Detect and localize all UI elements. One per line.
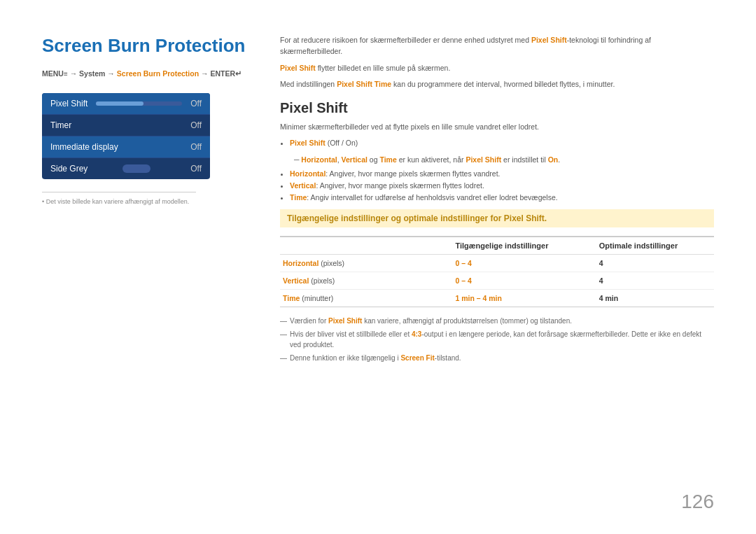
bullet-pixelshift-label: Pixel Shift bbox=[290, 139, 326, 147]
table-cell-time-optimal: 4 min bbox=[599, 294, 714, 302]
page: Screen Burn Protection MENU≡ → System → … bbox=[0, 0, 756, 534]
table-cell-vertical-label: Vertical (pixels) bbox=[280, 276, 455, 285]
page-number: 126 bbox=[681, 491, 714, 513]
table-row-time: Time (minutter) 1 min – 4 min 4 min bbox=[280, 290, 714, 307]
pixel-shift-body: Minimer skærmefterbilleder ved at flytte… bbox=[280, 122, 714, 133]
menu-row-timer[interactable]: Timer Off bbox=[42, 115, 210, 136]
intro-pixelshift2: Pixel Shift bbox=[280, 64, 316, 72]
menu-row-sidegrey[interactable]: Side Grey Off bbox=[42, 158, 210, 179]
intro-line3: Med indstillingen Pixel Shift Time kan d… bbox=[280, 79, 714, 90]
bullet-time-label: Time bbox=[290, 193, 307, 202]
table-cell-horizontal-optimal: 4 bbox=[599, 259, 714, 267]
bullet-item-1: Pixel Shift (Off / On) bbox=[290, 137, 714, 149]
table-cell-time-range: 1 min – 4 min bbox=[455, 294, 598, 302]
menu-ui: Pixel Shift Off Timer Off Immediate disp… bbox=[42, 93, 210, 179]
table-cell-vertical-optimal: 4 bbox=[599, 276, 714, 285]
sub-on: On bbox=[548, 155, 559, 164]
sidegrey-value: Off bbox=[190, 164, 202, 174]
page-title: Screen Burn Protection bbox=[42, 35, 252, 57]
menu-label-pixelshift: Pixel Shift bbox=[50, 99, 88, 108]
footnotes: Værdien for Pixel Shift kan variere, afh… bbox=[280, 316, 714, 363]
timer-value: Off bbox=[190, 120, 202, 130]
table-cell-horizontal-label: Horizontal (pixels) bbox=[280, 259, 455, 267]
footnote-2: Hvis der bliver vist et stillbillede ell… bbox=[280, 329, 714, 350]
table-cell-time-label: Time (minutter) bbox=[280, 294, 455, 302]
footnote2-43: 4:3 bbox=[412, 330, 421, 338]
bullet-horizontal: Horizontal: Angiver, hvor mange pixels s… bbox=[290, 168, 714, 180]
bullet-list-2: Horizontal: Angiver, hvor mange pixels s… bbox=[290, 168, 714, 203]
bullet-list-1: Pixel Shift (Off / On) bbox=[290, 137, 714, 149]
footnote3-screenfit: Screen Fit bbox=[400, 354, 434, 362]
menu-path-text: → System → bbox=[68, 69, 117, 78]
section-title-pixelshift: Pixel Shift bbox=[280, 100, 714, 116]
menu-row-pixelshift[interactable]: Pixel Shift Off bbox=[42, 93, 210, 115]
right-column: For at reducere risikoen for skærmefterb… bbox=[280, 35, 714, 506]
sub-horizontal: Horizontal bbox=[301, 155, 337, 164]
pixelshift-fill bbox=[96, 101, 144, 106]
intro-pixelshifttime: Pixel Shift Time bbox=[337, 80, 391, 88]
table-cell-vertical-range: 0 – 4 bbox=[455, 276, 598, 285]
highlight-box: Tilgængelige indstillinger og optimale i… bbox=[280, 209, 714, 227]
bullet-time: Time: Angiv intervallet for udførelse af… bbox=[290, 192, 714, 204]
sub-vertical: Vertical bbox=[342, 155, 368, 164]
settings-table: Tilgængelige indstillinger Optimale inds… bbox=[280, 236, 714, 307]
menu-label-sidegrey: Side Grey bbox=[50, 164, 88, 174]
intro-line1: For at reducere risikoen for skærmefterb… bbox=[280, 35, 714, 57]
table-col2-header: Tilgængelige indstillinger bbox=[455, 241, 598, 250]
sidegrey-slider[interactable] bbox=[122, 164, 150, 173]
pixelshift-value: Off bbox=[190, 99, 202, 108]
table-cell-horizontal-range: 0 – 4 bbox=[455, 259, 598, 267]
bullet-vertical-label: Vertical bbox=[290, 181, 316, 190]
table-col1-header bbox=[280, 241, 455, 250]
footnote-1: Værdien for Pixel Shift kan variere, afh… bbox=[280, 316, 714, 326]
image-note: Det viste billede kan variere afhængigt … bbox=[42, 192, 196, 205]
intro-pixelshift-bold: Pixel Shift bbox=[531, 36, 567, 44]
menu-label-timer: Timer bbox=[50, 120, 71, 130]
table-col3-header: Optimale indstillinger bbox=[599, 241, 714, 250]
table-header: Tilgængelige indstillinger Optimale inds… bbox=[280, 237, 714, 255]
left-column: Screen Burn Protection MENU≡ → System → … bbox=[42, 35, 252, 506]
menu-path: MENU≡ → System → Screen Burn Protection … bbox=[42, 69, 252, 78]
menu-highlight: Screen Burn Protection bbox=[117, 69, 199, 78]
bullet-horizontal-label: Horizontal bbox=[290, 169, 326, 178]
sub-note: ─ Horizontal, Vertical og Time er kun ak… bbox=[294, 155, 714, 166]
intro-line2: Pixel Shift flytter billedet en lille sm… bbox=[280, 63, 714, 74]
sub-pixelshift: Pixel Shift bbox=[465, 155, 501, 164]
pixelshift-slider[interactable] bbox=[96, 101, 182, 106]
footnote-3: Denne funktion er ikke tilgængelig i Scr… bbox=[280, 353, 714, 363]
table-row-horizontal: Horizontal (pixels) 0 – 4 4 bbox=[280, 255, 714, 272]
menu-prefix: MENU bbox=[42, 69, 64, 78]
bullet-vertical: Vertical: Angiver, hvor mange pixels skæ… bbox=[290, 180, 714, 192]
menu-row-immediate[interactable]: Immediate display Off bbox=[42, 136, 210, 158]
menu-enter: → ENTER↵ bbox=[199, 69, 241, 78]
menu-label-immediate: Immediate display bbox=[50, 142, 118, 152]
immediate-value: Off bbox=[190, 142, 202, 152]
sub-time: Time bbox=[379, 155, 396, 164]
table-row-vertical: Vertical (pixels) 0 – 4 4 bbox=[280, 272, 714, 290]
footnote1-pixelshift: Pixel Shift bbox=[328, 317, 362, 325]
